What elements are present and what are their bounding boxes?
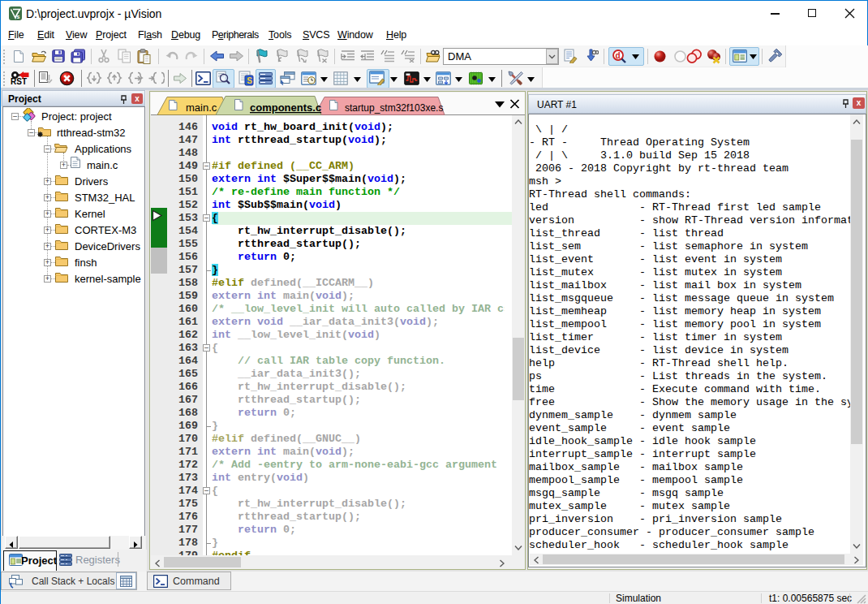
svg-text:startup_stm32f103xe.s: startup_stm32f103xe.s bbox=[345, 102, 443, 114]
svg-text:s: s bbox=[17, 14, 20, 19]
svg-text:d: d bbox=[616, 51, 621, 60]
svg-text:components.c: components.c bbox=[250, 101, 321, 114]
svg-text:main.c: main.c bbox=[186, 101, 217, 114]
svg-text:S: S bbox=[247, 76, 252, 85]
